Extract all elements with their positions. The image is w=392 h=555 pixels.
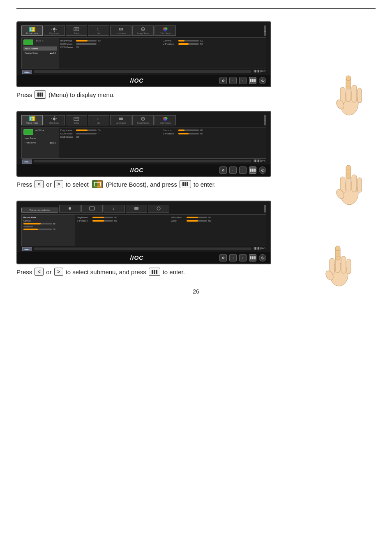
svg-point-16 (143, 29, 144, 30)
hand-cursor-2 (333, 160, 366, 206)
osd-left-frame-sync: Frame Sync ■■ 1.0 (23, 51, 57, 55)
osd-tab-picture-mode: Picture mode (21, 25, 43, 36)
svg-rect-41 (119, 118, 123, 120)
aoc-logo-2: /IOC (130, 167, 144, 173)
inst3-press: Press (16, 268, 32, 275)
osd-tab3-picture-mode: Picture mode selection (21, 208, 58, 213)
btn2-left: ‹ (229, 166, 237, 174)
greater-than-key-1: > (54, 180, 63, 188)
monitor-wrapper-1: Picture mode (16, 21, 378, 87)
osd-right-panel-1: Brightness50 DCR Mode--- DCB DemoOff Gam… (59, 38, 266, 69)
btn3-right: › (239, 254, 247, 261)
osd-tabs-2: Picture mode Brightness Extra (21, 115, 266, 125)
inst2-to-select: to select (66, 181, 89, 188)
osd-left-panel-3: Picture Mode Contrast 50 Sharpness 50 (22, 215, 75, 246)
svg-text:1: 1 (113, 207, 115, 210)
image-setup-tab-icon (140, 27, 146, 32)
aoc-logo-1: /IOC (130, 77, 144, 84)
top-divider (16, 8, 376, 9)
instruction-2: Press < or > to select (Picture Boost), … (16, 180, 376, 188)
svg-point-43 (143, 118, 144, 120)
osd-tab2-extra: Extra (66, 115, 87, 125)
osd-content-2: ◄ OFF ► Input Frame Frame Sync■■ 1.0 Bri… (21, 127, 266, 159)
inst1-press: Press (16, 91, 32, 98)
inst1-rest: (Menu) to display menu. (48, 91, 115, 98)
osd-right-panel-3: Brightness50 V Position50 H Position50 C… (75, 215, 266, 246)
monitor-bottom-bar-3: /IOC ✿ ‹ › ⏻ (17, 252, 270, 264)
monitor-screen-1: Picture mode (16, 21, 271, 87)
svg-point-33 (53, 118, 55, 120)
osd-menu-2: Picture mode Brightness Extra (21, 115, 266, 164)
luminance-tab-icon (118, 27, 124, 32)
osd-left2-input-frame: Input Frame (23, 136, 57, 140)
inst2-press: Press (16, 181, 32, 188)
less-than-key-1: < (35, 180, 44, 188)
osd-left-input-frame: Input Frame (23, 46, 57, 51)
osd-tab2-luminance: Luminance (110, 115, 131, 125)
osd-tab2-image-setup: Image Setup (132, 115, 154, 125)
extra-tab-icon (73, 27, 80, 32)
monitor-wrapper-2: Picture mode Brightness Extra (16, 111, 378, 177)
instruction-1: Press (Menu) to display menu. (16, 90, 376, 99)
brightness-tab-icon (51, 27, 58, 32)
brightness-tab-icon-2 (51, 116, 58, 121)
svg-point-64 (157, 207, 160, 210)
osd-tabs-1: Picture mode (21, 25, 266, 36)
osd-left-panel-1: ◄ OFF ► Input Frame Frame Sync ■■ 1.0 (22, 38, 59, 69)
aoc-logo-3: /IOC (130, 254, 144, 261)
osd-tab2-brightness: Brightness (44, 115, 65, 125)
inst3-to-select-sub: to select submenu, and press (66, 268, 146, 275)
svg-rect-63 (134, 207, 138, 210)
monitor-screen-2: Picture mode Brightness Extra (16, 111, 271, 177)
osd-tab2-lite: 1 Lite (88, 115, 109, 125)
osd-tab2-color-setup: Color Setup (154, 115, 176, 125)
osd-content-3: Picture Mode Contrast 50 Sharpness 50 (21, 214, 266, 246)
section-3: Picture mode selection 1 (16, 201, 376, 276)
osd-tabs-3: Picture mode selection 1 (21, 205, 266, 213)
inst2-or1: or (46, 181, 51, 188)
svg-point-3 (53, 28, 55, 30)
osd-content-1: ◄ OFF ► Input Frame Frame Sync ■■ 1.0 (21, 37, 266, 69)
osd-tab-luminance: Luminance (110, 25, 131, 36)
btn-eco: ✿ (219, 77, 227, 84)
svg-rect-24 (357, 88, 362, 103)
monitor-bottom-bar-2: /IOC ✿ ‹ › ⏻ (17, 164, 270, 176)
btn2-power: ⏻ (259, 166, 266, 174)
btn-right: › (239, 77, 247, 84)
osd-tab3-c (81, 205, 103, 213)
section-2: Picture mode Brightness Extra (16, 111, 376, 188)
osd-right-panel-2: Brightness50 DCR Mode--- DCB DemoOff Gam… (59, 127, 266, 158)
picture-mode-icon (29, 27, 35, 32)
osd-tab3-f (148, 205, 169, 213)
btn2-menu (249, 166, 256, 174)
less-than-key-2: < (35, 268, 44, 276)
btn2-right: › (239, 166, 247, 174)
svg-point-46 (164, 118, 167, 121)
hand-cursor-1 (333, 71, 366, 116)
picture-boost-inline-icon (92, 180, 103, 188)
osd-tab3-e (126, 205, 147, 213)
osd-left2-frame-sync: Frame Sync■■ 1.0 (23, 141, 57, 145)
monitor-wrapper-3: Picture mode selection 1 (16, 201, 378, 264)
svg-rect-23 (352, 85, 357, 102)
osd-left-panel-2: ◄ OFF ► Input Frame Frame Sync■■ 1.0 (22, 127, 59, 158)
osd-tab2-picture-mode: Picture mode (21, 115, 43, 125)
svg-rect-69 (347, 259, 351, 274)
menu-key-2 (180, 180, 191, 188)
osd-tab3-d: 1 (104, 205, 125, 213)
svg-rect-58 (97, 180, 102, 188)
btn-menu (249, 77, 256, 84)
section-1: Picture mode (16, 21, 376, 99)
svg-rect-38 (74, 117, 79, 120)
svg-rect-12 (119, 28, 123, 30)
svg-rect-57 (92, 180, 97, 188)
greater-than-key-2: > (54, 268, 63, 276)
btn-power: ⏻ (259, 77, 266, 84)
svg-point-60 (69, 207, 71, 210)
svg-rect-8 (74, 28, 79, 31)
color-setup-tab-icon (162, 27, 168, 32)
monitor-buttons-2: ✿ ‹ › ⏻ (219, 166, 266, 174)
inst3-to-enter: to enter. (163, 268, 185, 275)
inst2-picture-boost-label: (Picture Boost), and press (106, 181, 177, 188)
svg-rect-51 (357, 178, 362, 192)
